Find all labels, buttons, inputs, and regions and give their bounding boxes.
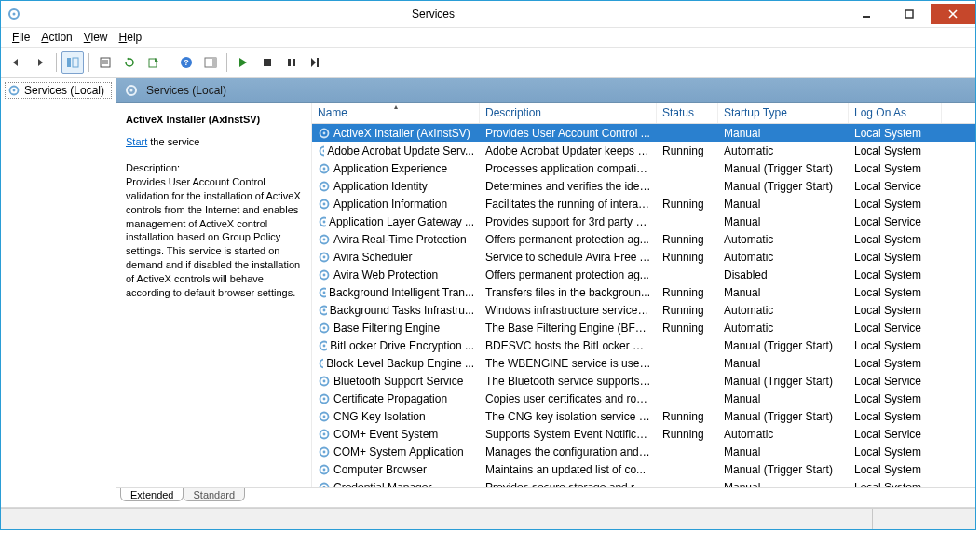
- svg-point-1: [13, 13, 16, 16]
- menu-file[interactable]: File: [7, 29, 35, 46]
- svg-rect-19: [317, 58, 319, 67]
- show-hide-action-pane-button[interactable]: [199, 51, 222, 74]
- service-row[interactable]: COM+ Event SystemSupports System Event N…: [312, 425, 975, 443]
- service-name-cell: BitLocker Drive Encryption ...: [312, 339, 480, 352]
- stop-service-button[interactable]: [256, 51, 279, 74]
- service-name-cell: Avira Scheduler: [312, 251, 480, 264]
- gear-icon: [318, 233, 331, 246]
- toolbar-separator: [56, 53, 57, 72]
- service-row[interactable]: CNG Key IsolationThe CNG key isolation s…: [312, 407, 975, 425]
- service-row[interactable]: Avira SchedulerService to schedule Avira…: [312, 248, 975, 266]
- service-description-cell: BDESVC hosts the BitLocker Driv...: [480, 339, 657, 352]
- service-description-cell: Windows infrastructure service t...: [480, 304, 657, 317]
- column-header-name[interactable]: Name ▴: [312, 103, 480, 123]
- column-header-status[interactable]: Status: [657, 103, 718, 123]
- service-row[interactable]: Avira Web ProtectionOffers permanent pro…: [312, 266, 975, 283]
- service-row[interactable]: Certificate PropagationCopies user certi…: [312, 390, 975, 407]
- service-row[interactable]: Background Tasks Infrastru...Windows inf…: [312, 301, 975, 319]
- app-icon: [7, 7, 21, 21]
- service-startup-cell: Automatic: [718, 322, 849, 335]
- service-description-cell: The Base Filtering Engine (BFE) i...: [480, 322, 657, 335]
- pause-service-button[interactable]: [280, 51, 303, 74]
- svg-point-47: [323, 326, 326, 329]
- export-list-button[interactable]: [143, 51, 165, 74]
- service-status-cell: Running: [657, 198, 718, 211]
- menu-help[interactable]: Help: [114, 29, 148, 46]
- tab-standard[interactable]: Standard: [183, 488, 245, 501]
- svg-point-59: [323, 432, 326, 435]
- show-hide-tree-button[interactable]: [61, 51, 84, 74]
- service-row[interactable]: Application Layer Gateway ...Provides su…: [312, 212, 975, 230]
- service-logon-cell: Local System: [849, 233, 942, 246]
- svg-point-21: [13, 89, 16, 92]
- gear-icon: [318, 357, 323, 370]
- service-startup-cell: Manual: [718, 445, 849, 459]
- service-row[interactable]: COM+ System ApplicationManages the confi…: [312, 443, 975, 460]
- menu-action[interactable]: Action: [35, 29, 77, 46]
- service-row[interactable]: Computer BrowserMaintains an updated lis…: [312, 460, 975, 478]
- status-bar: [1, 508, 975, 529]
- nav-services-local[interactable]: Services (Local): [5, 82, 112, 99]
- close-button[interactable]: [931, 4, 975, 24]
- service-startup-cell: Manual (Trigger Start): [718, 463, 849, 476]
- refresh-button[interactable]: [118, 51, 141, 74]
- service-name-cell: Application Experience: [312, 162, 480, 175]
- tab-extended[interactable]: Extended: [120, 488, 184, 501]
- properties-button[interactable]: [94, 51, 116, 74]
- service-status-cell: Running: [657, 286, 718, 299]
- forward-button[interactable]: [29, 51, 51, 74]
- service-logon-cell: Local System: [849, 251, 942, 264]
- svg-point-37: [323, 238, 326, 240]
- service-startup-cell: Disabled: [718, 268, 849, 281]
- service-row[interactable]: BitLocker Drive Encryption ...BDESVC hos…: [312, 336, 975, 354]
- service-description-cell: Manages the configuration and ...: [480, 445, 657, 459]
- svg-point-45: [323, 308, 326, 311]
- service-description-cell: The Bluetooth service supports ...: [480, 375, 657, 388]
- menu-bar: File Action View Help: [1, 28, 975, 48]
- service-row[interactable]: Background Intelligent Tran...Transfers …: [312, 283, 975, 301]
- toolbar-separator: [226, 53, 227, 72]
- column-header-logon[interactable]: Log On As: [849, 103, 942, 123]
- help-button[interactable]: ?: [175, 51, 197, 74]
- column-header-startup[interactable]: Startup Type: [718, 103, 849, 123]
- service-row[interactable]: Application ExperienceProcesses applicat…: [312, 159, 975, 177]
- service-row[interactable]: Block Level Backup Engine ...The WBENGIN…: [312, 354, 975, 372]
- service-row[interactable]: Application IdentityDetermines and verif…: [312, 177, 975, 195]
- services-window: Services File Action View Help: [0, 0, 976, 530]
- detail-description: Provides User Account Control validation…: [126, 175, 302, 300]
- back-button[interactable]: [5, 51, 27, 74]
- service-logon-cell: Local System: [849, 162, 942, 175]
- service-description-cell: Supports System Event Notificat...: [480, 428, 657, 441]
- nav-label: Services (Local): [24, 84, 104, 97]
- service-row[interactable]: ActiveX Installer (AxInstSV)Provides Use…: [312, 124, 975, 142]
- svg-rect-17: [288, 59, 291, 66]
- list-scroll[interactable]: ActiveX Installer (AxInstSV)Provides Use…: [312, 124, 975, 487]
- menu-view[interactable]: View: [78, 29, 114, 46]
- service-startup-cell: Manual (Trigger Start): [718, 180, 849, 193]
- service-row[interactable]: Application InformationFacilitates the r…: [312, 195, 975, 212]
- gear-icon: [318, 144, 324, 157]
- maximize-button[interactable]: [888, 4, 931, 24]
- svg-rect-7: [73, 58, 78, 67]
- service-row[interactable]: Base Filtering EngineThe Base Filtering …: [312, 319, 975, 336]
- service-row[interactable]: Credential ManagerProvides secure storag…: [312, 478, 975, 487]
- gear-icon: [318, 445, 331, 459]
- service-row[interactable]: Bluetooth Support ServiceThe Bluetooth s…: [312, 372, 975, 390]
- service-name-cell: Block Level Backup Engine ...: [312, 357, 480, 370]
- service-logon-cell: Local System: [849, 339, 942, 352]
- start-service-link[interactable]: Start: [126, 136, 147, 147]
- service-row[interactable]: Adobe Acrobat Update Serv...Adobe Acroba…: [312, 142, 975, 159]
- service-logon-cell: Local Service: [849, 428, 942, 441]
- start-service-button[interactable]: [232, 51, 254, 74]
- restart-service-button[interactable]: [305, 51, 327, 74]
- toolbar: ?: [1, 48, 975, 78]
- service-name-cell: CNG Key Isolation: [312, 410, 480, 423]
- service-name-cell: Background Intelligent Tran...: [312, 286, 480, 299]
- minimize-button[interactable]: [845, 4, 888, 24]
- column-header-description[interactable]: Description: [480, 103, 657, 123]
- svg-rect-3: [905, 10, 913, 18]
- svg-point-57: [323, 415, 326, 418]
- svg-point-63: [323, 468, 326, 471]
- service-status-cell: Running: [657, 410, 718, 423]
- service-row[interactable]: Avira Real-Time ProtectionOffers permane…: [312, 230, 975, 248]
